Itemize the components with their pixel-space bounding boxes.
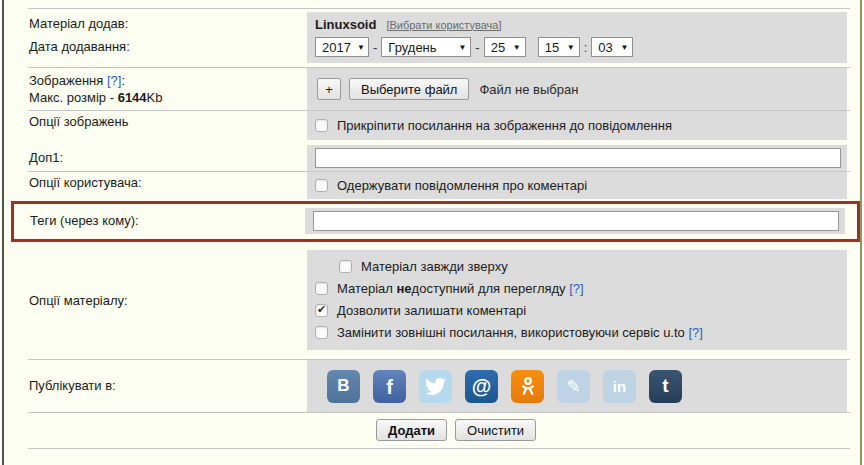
- unavailable-checkbox[interactable]: [315, 282, 328, 295]
- material-options-block: Матеріал завжди зверху Матеріал недоступ…: [307, 250, 847, 350]
- image-max-size: Макс. розмір - 6144Kb: [29, 89, 307, 106]
- author-date-controls: Linuxsoid [Вибрати користувача] 2017▼ - …: [307, 12, 847, 63]
- comment-notify-label: Одержувати повідомлення про коментарі: [337, 178, 587, 193]
- facebook-icon[interactable]: f: [373, 370, 406, 403]
- tags-highlight-box: Теги (через кому):: [11, 201, 860, 242]
- image-help-link[interactable]: [?]: [107, 73, 121, 88]
- author-date-section: Матеріал додав: Дата додавання: Linuxsoi…: [4, 12, 860, 63]
- material-options-controls: Матеріал завжди зверху Матеріал недоступ…: [307, 250, 847, 350]
- submit-button[interactable]: Додати: [376, 419, 447, 441]
- linkedin-icon[interactable]: in: [603, 370, 636, 403]
- day-select[interactable]: 25▼: [484, 37, 526, 57]
- attach-link-label: Прикріпити посилання на зображення до по…: [337, 118, 672, 133]
- comment-notify-option: Одержувати повідомлення про коментарі: [315, 175, 839, 196]
- image-controls: + Выберите файл Файл не выбран: [307, 68, 847, 110]
- always-on-top-option: Матеріал завжди зверху: [315, 256, 839, 278]
- chevron-down-icon: ▼: [357, 43, 365, 52]
- ok-person-icon: [517, 375, 539, 397]
- image-options-label-col: Опції зображень: [4, 111, 307, 132]
- add-image-button[interactable]: +: [317, 78, 341, 100]
- chevron-down-icon: ▼: [620, 43, 628, 52]
- livejournal-icon[interactable]: ✎: [557, 370, 590, 403]
- always-on-top-checkbox[interactable]: [339, 260, 352, 273]
- twitter-icon[interactable]: [419, 370, 452, 403]
- dop1-section: Доп1:: [4, 145, 860, 171]
- attach-link-option: Прикріпити посилання на зображення до по…: [315, 115, 839, 136]
- pick-user-link[interactable]: [Вибрати користувача]: [386, 19, 501, 31]
- image-options-label: Опції зображень: [29, 111, 307, 132]
- allow-comments-label: Дозволити залишати коментарі: [337, 303, 526, 318]
- twitter-bird-icon: [425, 376, 446, 397]
- author-line: Linuxsoid [Вибрати користувача]: [315, 14, 839, 35]
- odnoklassniki-icon[interactable]: [511, 370, 544, 403]
- user-options-section: Опції користувача: Одержувати повідомлен…: [4, 172, 860, 199]
- tags-controls: [305, 208, 845, 234]
- tags-block: [305, 208, 845, 234]
- author-date-block: Linuxsoid [Вибрати користувача] 2017▼ - …: [307, 12, 847, 63]
- date-separator: -: [475, 40, 479, 55]
- image-section: Зображення [?]: Макс. розмір - 6144Kb + …: [4, 68, 860, 110]
- publish-label: Публікувати в:: [29, 360, 307, 412]
- minute-select[interactable]: 03▼: [591, 37, 633, 57]
- user-options-label-col: Опції користувача:: [4, 172, 307, 193]
- image-label: Зображення [?]:: [29, 72, 307, 89]
- material-options-label-col: Опції матеріалу:: [4, 293, 307, 308]
- publish-controls: В f @ ✎ in t: [307, 360, 847, 412]
- unavailable-option: Матеріал недоступний для перегляду [?]: [315, 278, 839, 300]
- allow-comments-option: Дозволити залишати коментарі: [315, 300, 839, 322]
- time-separator: :: [584, 40, 588, 55]
- tags-label-col: Теги (через кому):: [14, 208, 305, 234]
- tumblr-icon[interactable]: t: [649, 370, 682, 403]
- author-name: Linuxsoid: [315, 17, 376, 32]
- image-options-controls: Прикріпити посилання на зображення до по…: [307, 111, 847, 140]
- unavailable-help-link[interactable]: [?]: [569, 281, 583, 296]
- publish-block: В f @ ✎ in t: [307, 360, 847, 412]
- allow-comments-checkbox[interactable]: [315, 304, 328, 317]
- author-label: Матеріал додав:: [29, 12, 307, 35]
- user-options-controls: Одержувати повідомлення про коментарі: [307, 172, 847, 199]
- mailru-icon[interactable]: @: [465, 370, 498, 403]
- comment-notify-checkbox[interactable]: [315, 179, 328, 192]
- material-options-label: Опції матеріалу:: [29, 293, 307, 308]
- publish-label-col: Публікувати в:: [4, 360, 307, 412]
- add-material-page: Матеріал додав: Дата додавання: Linuxsoi…: [0, 0, 864, 465]
- year-select[interactable]: 2017▼: [315, 37, 369, 57]
- user-options-block: Одержувати повідомлення про коментарі: [307, 172, 847, 199]
- date-line: 2017▼ - Грудень▼ - 25▼ 15▼ : 03▼: [315, 35, 839, 59]
- replace-links-checkbox[interactable]: [315, 326, 328, 339]
- always-on-top-label: Матеріал завжди зверху: [361, 259, 508, 274]
- dop1-label-col: Доп1:: [4, 145, 307, 171]
- hour-select[interactable]: 15▼: [538, 37, 580, 57]
- author-date-labels: Матеріал додав: Дата додавання:: [4, 12, 307, 58]
- form-panel: Матеріал додав: Дата додавання: Linuxsoi…: [2, 0, 862, 465]
- replace-links-label: Замінити зовнішні посилання, використову…: [337, 325, 703, 340]
- tags-input[interactable]: [313, 211, 839, 231]
- file-status: Файл не выбран: [479, 82, 578, 97]
- image-options-block: Прикріпити посилання на зображення до по…: [307, 111, 847, 140]
- attach-link-checkbox[interactable]: [315, 119, 328, 132]
- replace-links-option: Замінити зовнішні посилання, використову…: [315, 322, 839, 344]
- chevron-down-icon: ▼: [567, 43, 575, 52]
- reset-button[interactable]: Очистити: [455, 419, 536, 441]
- dop1-block: [307, 145, 847, 171]
- replace-links-help-link[interactable]: [?]: [688, 325, 702, 340]
- user-options-label: Опції користувача:: [29, 172, 307, 193]
- image-options-section: Опції зображень Прикріпити посилання на …: [4, 111, 860, 140]
- month-select[interactable]: Грудень▼: [381, 37, 471, 57]
- dop1-label: Доп1:: [29, 145, 307, 171]
- image-labels: Зображення [?]: Макс. розмір - 6144Kb: [4, 68, 307, 106]
- date-separator: -: [373, 40, 377, 55]
- chevron-down-icon: ▼: [458, 43, 466, 52]
- separator: [28, 448, 850, 449]
- vk-icon[interactable]: В: [327, 370, 360, 403]
- publish-section: Публікувати в: В f @ ✎ in t: [4, 360, 860, 412]
- unavailable-label: Матеріал недоступний для перегляду [?]: [337, 281, 584, 296]
- date-label: Дата додавання:: [29, 35, 307, 58]
- material-options-section: Опції матеріалу: Матеріал завжди зверху …: [4, 250, 860, 350]
- tags-label: Теги (через кому):: [30, 208, 305, 234]
- dop1-controls: [307, 145, 847, 171]
- choose-file-button[interactable]: Выберите файл: [349, 78, 469, 100]
- chevron-down-icon: ▼: [513, 43, 521, 52]
- separator: [28, 8, 850, 9]
- dop1-input[interactable]: [315, 148, 841, 168]
